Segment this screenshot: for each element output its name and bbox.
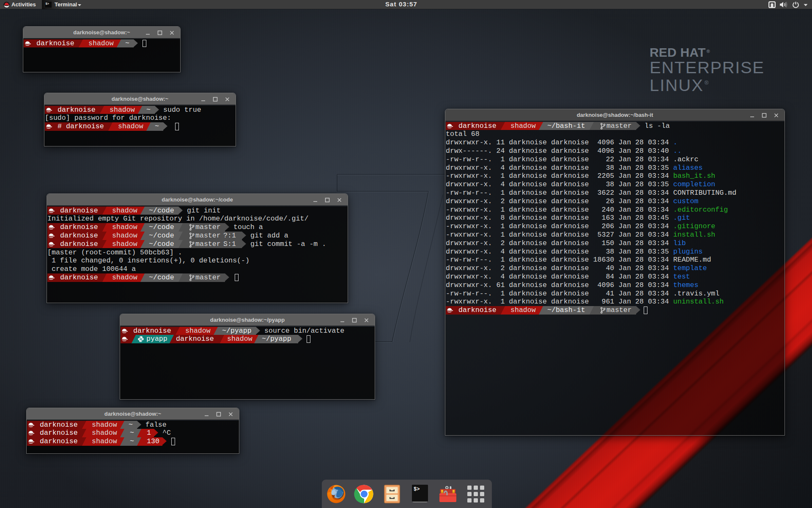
svg-text:$>: $> — [46, 2, 49, 6]
svg-text:$>: $> — [414, 486, 420, 492]
